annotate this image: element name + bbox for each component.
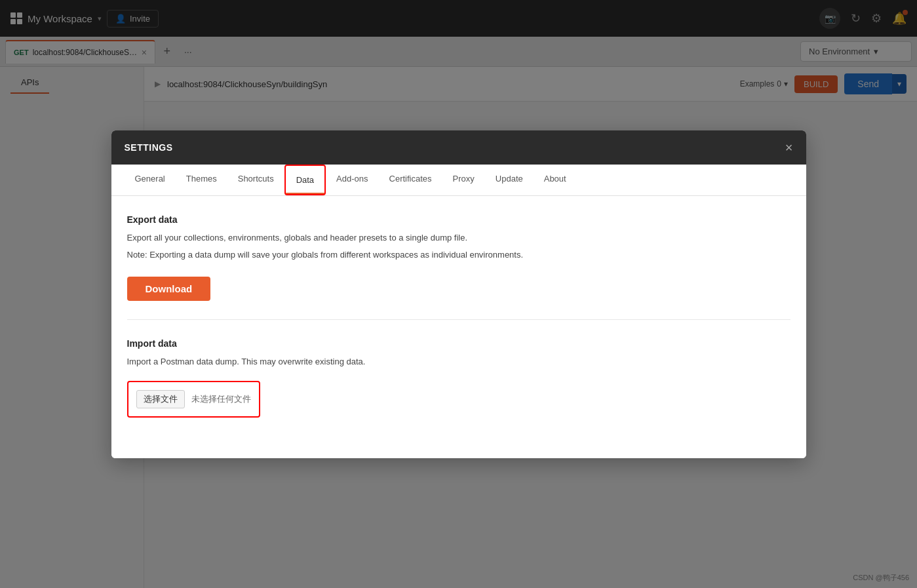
tab-general-label: General — [135, 174, 165, 184]
import-file-box: 选择文件 未选择任何文件 — [127, 381, 260, 418]
tab-about[interactable]: About — [534, 165, 577, 195]
export-title: Export data — [127, 214, 790, 225]
tab-data-label: Data — [296, 175, 314, 185]
section-divider — [127, 319, 790, 320]
import-section: Import data Import a Postman data dump. … — [127, 338, 790, 418]
modal-header: SETTINGS × — [111, 130, 806, 165]
tab-data[interactable]: Data — [284, 165, 326, 195]
modal-close-button[interactable]: × — [785, 141, 793, 154]
export-desc2: Note: Exporting a data dump will save yo… — [127, 248, 790, 262]
tab-update-label: Update — [496, 174, 523, 184]
tab-addons-label: Add-ons — [336, 174, 368, 184]
import-title: Import data — [127, 338, 790, 349]
modal-overlay: SETTINGS × General Themes Shortcuts Data… — [0, 0, 917, 588]
export-desc1: Export all your collections, environment… — [127, 231, 790, 245]
choose-file-button[interactable]: 选择文件 — [136, 390, 185, 408]
tab-about-label: About — [544, 174, 566, 184]
settings-modal: SETTINGS × General Themes Shortcuts Data… — [111, 130, 806, 458]
tab-certificates-label: Certificates — [389, 174, 432, 184]
download-button[interactable]: Download — [127, 277, 211, 301]
modal-body: Export data Export all your collections,… — [111, 196, 806, 458]
tab-update[interactable]: Update — [485, 165, 534, 195]
tab-shortcuts-label: Shortcuts — [238, 174, 274, 184]
modal-title: SETTINGS — [125, 142, 173, 153]
tab-general[interactable]: General — [125, 165, 176, 195]
tab-addons[interactable]: Add-ons — [326, 165, 378, 195]
tab-themes[interactable]: Themes — [176, 165, 227, 195]
tab-proxy[interactable]: Proxy — [442, 165, 485, 195]
no-file-label: 未选择任何文件 — [191, 393, 251, 405]
tab-certificates[interactable]: Certificates — [379, 165, 442, 195]
import-desc: Import a Postman data dump. This may ove… — [127, 355, 790, 369]
tab-proxy-label: Proxy — [453, 174, 475, 184]
tab-themes-label: Themes — [186, 174, 217, 184]
tab-shortcuts[interactable]: Shortcuts — [227, 165, 284, 195]
modal-tabs: General Themes Shortcuts Data Add-ons Ce… — [111, 165, 806, 196]
export-section: Export data Export all your collections,… — [127, 214, 790, 302]
